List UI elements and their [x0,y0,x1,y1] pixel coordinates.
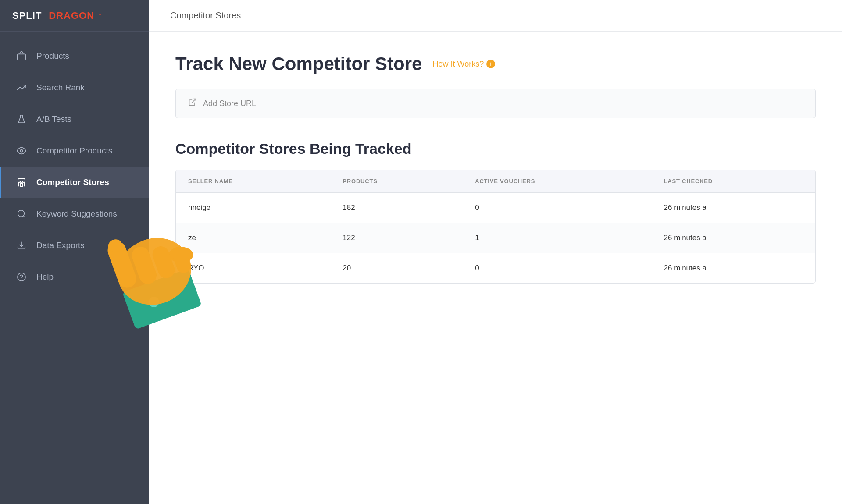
products-cell: 122 [330,223,463,253]
svg-rect-3 [20,184,23,186]
main-content: Competitor Stores Track New Competitor S… [149,0,842,504]
seller-name-cell: ze [176,223,330,253]
sidebar-item-competitor-stores-label: Competitor Stores [36,177,109,187]
last-checked-cell: 26 minutes a [652,223,815,253]
sidebar-nav: Products Search Rank A/B Tests [0,32,149,504]
how-it-works-link[interactable]: How It Works? i [432,60,495,69]
col-products: PRODUCTS [330,170,463,193]
svg-point-4 [18,210,25,217]
eye-icon [15,145,28,157]
seller-name-cell: nneige [176,193,330,223]
sidebar-item-ab-tests-label: A/B Tests [36,114,71,124]
sidebar-item-ab-tests[interactable]: A/B Tests [0,103,149,135]
sidebar-item-competitor-stores[interactable]: Competitor Stores [0,167,149,198]
table-row[interactable]: RYO 20 0 26 minutes a [176,253,815,284]
table-row[interactable]: nneige 182 0 26 minutes a [176,193,815,223]
sidebar-item-help-label: Help [36,272,54,282]
sidebar-item-search-rank[interactable]: Search Rank [0,72,149,103]
sidebar-item-data-exports[interactable]: Data Exports [0,230,149,261]
products-cell: 20 [330,253,463,284]
sidebar-item-products-label: Products [36,51,69,61]
bag-icon [15,50,28,62]
page-heading: Track New Competitor Store How It Works?… [175,53,816,75]
question-icon [15,271,28,283]
sidebar: SPLIT DRAGON ↑ Products Search Rank [0,0,149,504]
sidebar-item-keyword-suggestions-label: Keyword Suggestions [36,209,117,219]
last-checked-cell: 26 minutes a [652,193,815,223]
table-header: SELLER NAME PRODUCTS ACTIVE VOUCHERS LAS… [176,170,815,193]
how-it-works-text: How It Works? [432,60,484,69]
vouchers-cell: 1 [463,223,651,253]
svg-point-7 [18,273,25,281]
logo-split: SPLIT [12,10,42,21]
logo-arrow-icon: ↑ [98,11,102,20]
store-icon [15,176,28,188]
vouchers-cell: 0 [463,253,651,284]
sidebar-item-keyword-suggestions[interactable]: Keyword Suggestions [0,198,149,230]
logo: SPLIT DRAGON ↑ [0,0,149,32]
sidebar-item-products[interactable]: Products [0,40,149,72]
sidebar-item-competitor-products[interactable]: Competitor Products [0,135,149,167]
add-store-input[interactable]: Add Store URL [175,89,816,118]
col-active-vouchers: ACTIVE VOUCHERS [463,170,651,193]
seller-name-cell: RYO [176,253,330,284]
col-seller-name: SELLER NAME [176,170,330,193]
chart-icon [15,82,28,94]
content-area: Track New Competitor Store How It Works?… [149,32,842,504]
competitor-stores-table: SELLER NAME PRODUCTS ACTIVE VOUCHERS LAS… [175,170,816,284]
sidebar-item-data-exports-label: Data Exports [36,241,85,250]
external-link-icon [188,98,197,109]
last-checked-cell: 26 minutes a [652,253,815,284]
flask-icon [15,113,28,125]
table-body: nneige 182 0 26 minutes a ze 122 1 26 mi… [176,193,815,284]
col-last-checked: LAST CHECKED [652,170,815,193]
sidebar-item-help[interactable]: Help [0,261,149,293]
stores-table: SELLER NAME PRODUCTS ACTIVE VOUCHERS LAS… [176,170,815,283]
sidebar-item-search-rank-label: Search Rank [36,83,85,92]
svg-line-9 [192,99,196,103]
logo-dragon: DRAGON [49,10,94,21]
svg-rect-0 [18,54,25,60]
add-store-placeholder: Add Store URL [203,99,256,108]
svg-point-2 [20,149,23,152]
top-bar: Competitor Stores [149,0,842,32]
top-bar-title: Competitor Stores [170,11,241,21]
svg-line-5 [23,216,25,217]
download-icon [15,239,28,252]
table-row[interactable]: ze 122 1 26 minutes a [176,223,815,253]
search-icon [15,208,28,220]
info-icon: i [486,60,495,68]
page-title: Track New Competitor Store [175,53,422,75]
tracked-section-title: Competitor Stores Being Tracked [175,140,816,157]
sidebar-item-competitor-products-label: Competitor Products [36,146,112,156]
vouchers-cell: 0 [463,193,651,223]
products-cell: 182 [330,193,463,223]
